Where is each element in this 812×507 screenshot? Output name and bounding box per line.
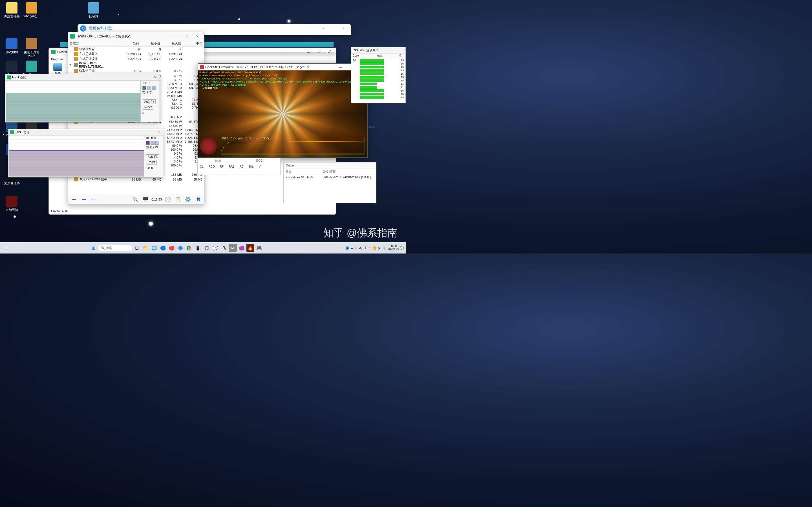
drives-col1: 界面 <box>286 170 322 173</box>
desktop-icon[interactable]: 永劫无间 <box>3 196 21 212</box>
table-row[interactable]: 读取使用率0.0 %0.0 %0.7 % <box>68 68 204 73</box>
cpu-z-icon[interactable]: 🟣 <box>238 244 246 252</box>
weather-icon[interactable]: ☁️ <box>2 244 10 252</box>
clock-time[interactable]: 20:58 <box>388 244 399 248</box>
taskview-icon[interactable]: ⊡ <box>133 244 141 252</box>
wechat-icon[interactable]: 💬 <box>211 244 219 252</box>
tray-wifi-icon[interactable]: 📶 <box>372 246 376 249</box>
start-icon[interactable]: ⊞ <box>89 244 97 252</box>
tray-bt-icon[interactable]: ᛒ <box>355 246 357 249</box>
col-sensor[interactable]: 传感器 <box>70 41 79 46</box>
search-icon[interactable]: 🔍 <box>131 195 140 204</box>
monitor-icon <box>53 63 62 71</box>
col-avg[interactable]: 平均 <box>196 42 202 45</box>
spec-55: 55 <box>366 147 370 150</box>
tray-battery-icon[interactable]: 🔋 <box>383 246 386 249</box>
star <box>13 216 16 218</box>
cpu-row: P015 <box>351 59 405 62</box>
close-icon[interactable]: ✕ <box>192 33 202 40</box>
table-row[interactable]: ▾Drive: UMIS RPEYJ1T24MK... <box>68 61 204 68</box>
qq-icon[interactable]: 🐧 <box>220 244 228 252</box>
desktop-icon[interactable]: TechPower... <box>22 61 41 76</box>
max-icon[interactable]: ☐ <box>315 48 325 52</box>
tray-sound-icon[interactable]: 🔊 <box>377 246 381 249</box>
gear-icon[interactable]: ⚙️ <box>184 195 192 204</box>
table-row[interactable]: 专用 GPU D3D 显存65 MB65 MB65 MB65 MB <box>68 177 204 182</box>
star <box>118 14 119 15</box>
cpu-row: 15 <box>351 79 405 82</box>
table-row[interactable]: 驱动器警告否否否 <box>68 47 204 52</box>
lenovo-menu-icon[interactable]: ≡ <box>319 25 328 32</box>
drive-iface: NVMe 4x 16.0 GT/s <box>289 176 313 179</box>
desktop-icon[interactable]: 新建文件夹 <box>3 2 21 18</box>
clock-icon[interactable]: 🕐 <box>163 195 172 204</box>
monitor-icon[interactable]: 🖥️ <box>141 195 150 204</box>
autofit-button[interactable]: Auto Fit <box>143 100 156 104</box>
autofit-button[interactable]: Auto Fit <box>146 154 159 159</box>
cpu-row: 15 <box>351 75 405 79</box>
gpu-temp-plot <box>6 81 141 122</box>
desktop-icon[interactable]: tubagongj... <box>22 2 41 18</box>
max-icon[interactable]: ☐ <box>182 33 192 40</box>
cpu-row: 15 <box>351 65 405 69</box>
browser-icon[interactable]: 🔵 <box>159 244 167 252</box>
close-icon[interactable]: ✕ <box>152 75 158 79</box>
close-icon[interactable]: ✕ <box>156 130 161 134</box>
gamepp-icon[interactable]: 🎮 <box>255 244 263 252</box>
log-icon[interactable]: 📋 <box>174 195 182 204</box>
reset-button[interactable]: Reset <box>146 160 157 165</box>
desktop-icon[interactable]: Steam <box>3 61 21 76</box>
tray-power-icon[interactable]: 🔌 <box>358 246 362 249</box>
col-cur[interactable]: 当前 <box>133 42 139 45</box>
explorer-icon[interactable]: 📁 <box>142 244 149 252</box>
store-icon[interactable]: 🛍️ <box>185 244 193 252</box>
lenovo-icon: AI <box>80 25 86 32</box>
hwinfo-sub-header: — ☐ ✕ <box>197 48 336 52</box>
edge-icon[interactable]: 🌐 <box>150 244 158 252</box>
ime-mode[interactable]: 中 <box>368 246 371 250</box>
min-icon[interactable]: — <box>336 63 345 71</box>
cpu-col-freq: 频率 <box>361 54 399 58</box>
tray-up-icon[interactable]: ˄ <box>342 246 344 249</box>
desktop-icon[interactable]: 图吧工具箱 2022 <box>22 38 41 58</box>
desktop-icon[interactable]: 游戏加加 <box>3 38 21 54</box>
fwd-arrow-icon[interactable]: ⇨ <box>90 195 98 204</box>
close-icon[interactable]: ✕ <box>325 48 335 52</box>
app-icon[interactable]: 📱 <box>194 244 202 252</box>
clock-date[interactable]: 2023/3/3 <box>388 248 399 251</box>
cpu-row: 15 <box>351 69 405 72</box>
table-row[interactable]: 主机总计写入1,391 GB1,391 GB1,391 GB <box>68 52 204 56</box>
gpu-temp-window: GPU 温度 ✕ 100.0 71.9 °C Auto FitReset 5.0 <box>5 74 160 122</box>
furmark-tb-icon[interactable]: 🔥 <box>246 244 254 252</box>
col-max[interactable]: 最大值 <box>172 42 181 45</box>
close-tool-icon[interactable]: ✖ <box>194 195 202 204</box>
lenovo-close-icon[interactable]: ✕ <box>339 25 349 32</box>
fur-line1: FurMark v1.30.0.0 - Burn-in test, 1280x7… <box>199 71 359 74</box>
desktop-icon[interactable]: 回收站 <box>85 2 103 18</box>
notif-icon[interactable]: 💬 <box>400 246 404 249</box>
gpu-temp-title: GPU 温度 <box>12 75 26 79</box>
cpu-row: 15 <box>351 93 405 96</box>
ime-indicator[interactable]: 拼 <box>363 246 366 250</box>
hwinfo-summary[interactable]: 摘要 <box>52 63 63 75</box>
gpu-pwr-window: GPU 功耗 ✕ 100.000 65.117 W Auto FitReset … <box>8 129 163 177</box>
min-icon[interactable]: — <box>172 33 182 40</box>
douyin-icon[interactable]: 🎵 <box>203 244 211 252</box>
gpu-pwr-plot <box>9 136 144 177</box>
lenovo-tb-icon[interactable]: 🔴 <box>168 244 175 252</box>
table-row[interactable]: 主机总计读取1,328 GB1,328 GB1,328 GB <box>68 56 204 61</box>
search-box[interactable]: 🔍 搜索 <box>98 245 132 251</box>
col-min[interactable]: 最小值 <box>151 42 160 45</box>
lenovo-min-icon[interactable]: — <box>329 25 338 32</box>
spec-label-28bit: 28-bit <box>367 125 375 129</box>
tray-onedrive-icon[interactable]: ☁ <box>350 246 353 249</box>
tray-lenovo-icon[interactable]: 🔵 <box>345 246 349 249</box>
min-icon[interactable]: — <box>305 48 315 52</box>
aida-icon[interactable]: 🔷 <box>176 244 185 252</box>
fur-line4: > GPU 1 [NVIDIA GeForce RTX 3050 6GB Lap… <box>199 80 359 83</box>
next-arrow-icon[interactable]: ➡ <box>80 195 88 204</box>
table-row[interactable]: 73.449 W <box>68 124 204 128</box>
prev-arrow-icon[interactable]: ⬅ <box>70 195 78 204</box>
hwinfo-tb-icon[interactable]: 64 <box>229 244 237 252</box>
reset-button[interactable]: Reset <box>143 105 153 110</box>
